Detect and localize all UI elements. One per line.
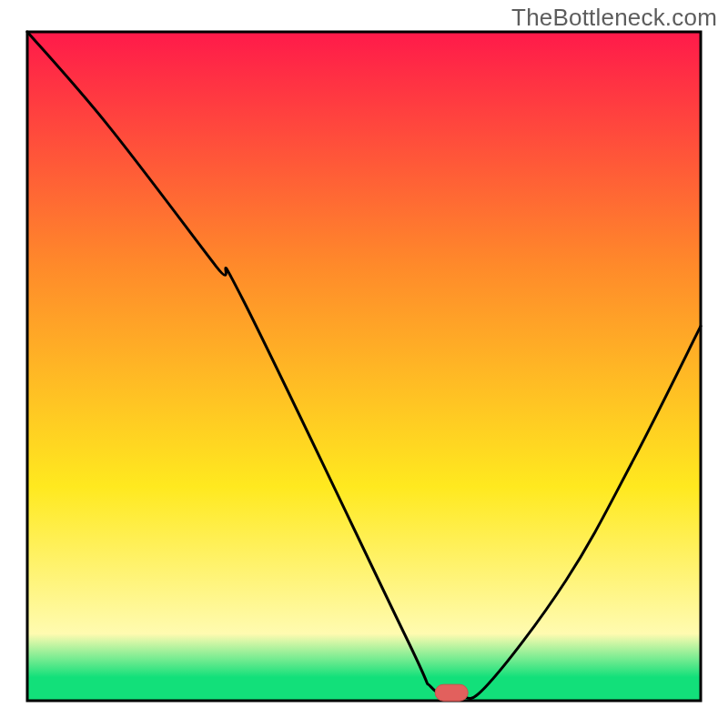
plot-area [27,32,701,701]
bottleneck-chart [0,0,728,728]
chart-container: TheBottleneck.com [0,0,728,728]
gradient-background [27,32,701,701]
optimal-marker [435,684,468,701]
watermark-label: TheBottleneck.com [511,4,717,32]
